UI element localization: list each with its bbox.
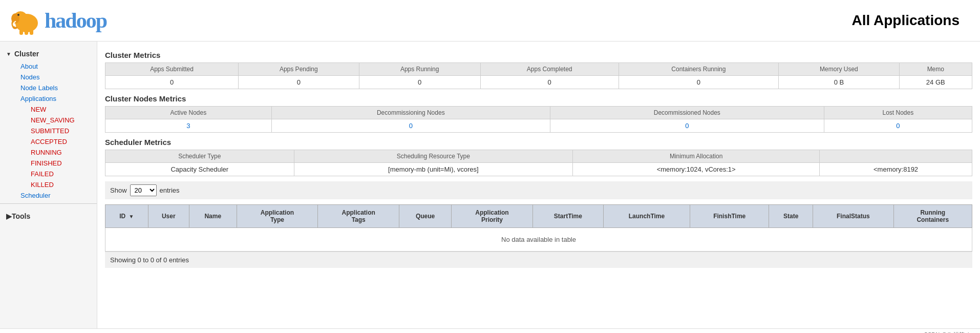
val-memory-used: 0 B (779, 76, 899, 89)
sidebar-item-new[interactable]: NEW (20, 104, 97, 115)
sidebar-item-nodes[interactable]: Nodes (10, 72, 97, 82)
entries-select[interactable]: 10 20 25 50 100 (130, 184, 157, 196)
sidebar-cluster-section: ▼ Cluster About Nodes Node Labels Applic… (0, 47, 97, 201)
app-col-id[interactable]: ID ▼ (105, 205, 148, 228)
col-apps-submitted: Apps Submitted (105, 63, 239, 76)
svg-point-3 (17, 14, 19, 16)
val-decommissioned-nodes: 0 (550, 119, 824, 133)
svg-rect-6 (30, 30, 33, 35)
sidebar-item-node-labels[interactable]: Node Labels (10, 82, 97, 93)
decommissioned-nodes-link[interactable]: 0 (685, 122, 689, 130)
col-apps-completed: Apps Completed (480, 63, 619, 76)
col-lost-nodes: Lost Nodes (824, 107, 972, 119)
sidebar-cluster-links: About Nodes Node Labels Applications NEW… (0, 61, 97, 201)
cluster-metrics-table: Apps Submitted Apps Pending Apps Running… (105, 63, 972, 89)
sidebar-item-accepted[interactable]: ACCEPTED (20, 136, 97, 147)
col-scheduling-resource-type: Scheduling Resource Type (294, 150, 573, 163)
cluster-nodes-table: Active Nodes Decommissioning Nodes Decom… (105, 106, 972, 133)
app-col-queue[interactable]: Queue (399, 205, 452, 228)
app-col-application-priority[interactable]: ApplicationPriority (452, 205, 533, 228)
sort-arrow-icon: ▼ (129, 214, 134, 219)
val-apps-pending: 0 (239, 76, 359, 89)
col-scheduler-type: Scheduler Type (105, 150, 294, 163)
sidebar-divider (0, 203, 97, 204)
val-apps-completed: 0 (480, 76, 619, 89)
sidebar: ▼ Cluster About Nodes Node Labels Applic… (0, 41, 97, 328)
show-label: Show (110, 186, 127, 194)
app-col-final-status[interactable]: FinalStatus (813, 205, 893, 228)
sidebar-item-finished[interactable]: FINISHED (20, 158, 97, 169)
scheduler-metrics-table: Scheduler Type Scheduling Resource Type … (105, 150, 972, 176)
col-apps-running: Apps Running (359, 63, 480, 76)
footer: CSDN @① 运筹vivo (0, 328, 980, 333)
sidebar-app-states: NEW NEW_SAVING SUBMITTED ACCEPTED RUNNIN… (10, 104, 97, 190)
active-nodes-link[interactable]: 3 (186, 122, 190, 130)
val-containers-running: 0 (619, 76, 779, 89)
sidebar-item-running[interactable]: RUNNING (20, 147, 97, 158)
app-col-state[interactable]: State (769, 205, 813, 228)
col-decommissioning-nodes: Decommissioning Nodes (271, 107, 550, 119)
app-col-name[interactable]: Name (189, 205, 237, 228)
app-col-running-containers[interactable]: RunningContainers (893, 205, 972, 228)
val-scheduling-resource-type: [memory-mb (unit=Mi), vcores] (294, 163, 573, 176)
val-memory: 24 GB (899, 76, 972, 89)
sidebar-item-submitted[interactable]: SUBMITTED (20, 126, 97, 136)
sidebar-item-about[interactable]: About (10, 61, 97, 72)
no-data-row: No data available in table (105, 228, 972, 252)
sidebar-item-killed[interactable]: KILLED (20, 179, 97, 190)
val-overflow: <memory:8192 (820, 163, 972, 176)
app-col-application-tags[interactable]: ApplicationTags (318, 205, 399, 228)
col-decommissioned-nodes: Decommissioned Nodes (550, 107, 824, 119)
sidebar-item-applications[interactable]: Applications (10, 93, 97, 104)
col-minimum-allocation: Minimum Allocation (573, 150, 820, 163)
sidebar-item-failed[interactable]: FAILED (20, 169, 97, 179)
lost-nodes-link[interactable]: 0 (896, 122, 900, 130)
no-data-message: No data available in table (105, 228, 972, 252)
tools-arrow-icon: ▶ (6, 212, 12, 220)
cluster-metrics-title: Cluster Metrics (105, 51, 972, 59)
header: hadoop All Applications (0, 0, 980, 41)
col-memory: Memo (899, 63, 972, 76)
showing-entries: Showing 0 to 0 of 0 entries (105, 252, 972, 268)
entries-label: entries (160, 186, 180, 194)
val-scheduler-type: Capacity Scheduler (105, 163, 294, 176)
app-col-application-type[interactable]: ApplicationType (237, 205, 318, 228)
sidebar-item-new-saving[interactable]: NEW_SAVING (20, 115, 97, 126)
app-col-launch-time[interactable]: LaunchTime (603, 205, 690, 228)
val-lost-nodes: 0 (824, 119, 972, 133)
applications-table: ID ▼ User Name ApplicationType Applicati… (105, 204, 972, 252)
col-memory-used: Memory Used (779, 63, 899, 76)
cluster-arrow-icon: ▼ (6, 51, 11, 57)
svg-rect-4 (19, 30, 23, 35)
val-minimum-allocation: <memory:1024, vCores:1> (573, 163, 820, 176)
logo: hadoop (10, 5, 106, 36)
col-containers-running: Containers Running (619, 63, 779, 76)
sidebar-cluster-label: Cluster (14, 50, 39, 58)
sidebar-tools-header[interactable]: ▶ Tools (0, 209, 97, 223)
sidebar-cluster-header[interactable]: ▼ Cluster (0, 47, 97, 61)
col-active-nodes: Active Nodes (105, 107, 272, 119)
page-title: All Applications (851, 12, 970, 29)
sidebar-item-scheduler[interactable]: Scheduler (10, 190, 97, 201)
svg-rect-5 (25, 30, 28, 35)
app-col-finish-time[interactable]: FinishTime (690, 205, 769, 228)
val-apps-running: 0 (359, 76, 480, 89)
col-overflow (820, 150, 972, 163)
cluster-nodes-metrics-title: Cluster Nodes Metrics (105, 94, 972, 103)
scheduler-metrics-title: Scheduler Metrics (105, 138, 972, 147)
sidebar-tools-label: Tools (12, 212, 30, 220)
val-decommissioning-nodes: 0 (271, 119, 550, 133)
elephant-icon (10, 5, 44, 36)
col-apps-pending: Apps Pending (239, 63, 359, 76)
show-entries-bar: Show 10 20 25 50 100 entries (105, 181, 972, 199)
main-layout: ▼ Cluster About Nodes Node Labels Applic… (0, 41, 980, 328)
val-active-nodes: 3 (105, 119, 272, 133)
decommissioning-nodes-link[interactable]: 0 (409, 122, 413, 130)
logo-text: hadoop (45, 8, 106, 33)
app-col-user[interactable]: User (148, 205, 189, 228)
app-col-start-time[interactable]: StartTime (532, 205, 603, 228)
val-apps-submitted: 0 (105, 76, 239, 89)
content: Cluster Metrics Apps Submitted Apps Pend… (97, 41, 980, 328)
